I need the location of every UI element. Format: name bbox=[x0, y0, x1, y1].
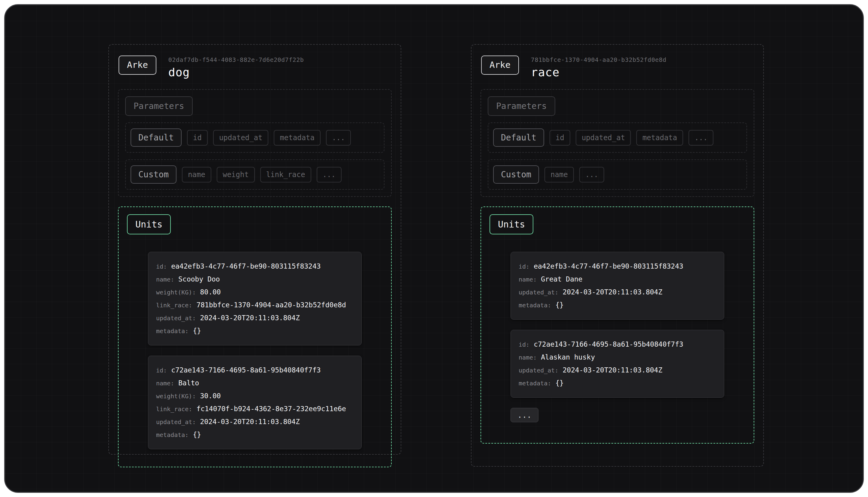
units-label: Units bbox=[127, 214, 171, 235]
entity-panel-race: Arke 781bbfce-1370-4904-aa20-b32b52fd0e8… bbox=[471, 44, 764, 467]
unit-field-value: 781bbfce-1370-4904-aa20-b32b52fd0e8d bbox=[196, 299, 346, 311]
unit-field: updated_at:2024-03-20T20:11:03.804Z bbox=[156, 415, 354, 428]
unit-field-key: weight(KG): bbox=[156, 286, 196, 299]
unit-field-key: weight(KG): bbox=[156, 390, 196, 402]
unit-field-value: fc14070f-b924-4362-8e37-232ee9c11e6e bbox=[196, 402, 346, 415]
default-parameters-row: Default id updated_at metadata ... bbox=[125, 123, 384, 153]
unit-field-key: id: bbox=[518, 260, 529, 273]
param-chip-id: id bbox=[187, 130, 208, 145]
unit-field-value: Great Dane bbox=[541, 273, 582, 285]
entity-header: Arke 02daf7db-f544-4083-882e-7d6e20d7f22… bbox=[118, 56, 392, 79]
unit-field-value: ea42efb3-4c77-46f7-be90-803115f83243 bbox=[171, 260, 321, 272]
param-chip-metadata: metadata bbox=[274, 130, 321, 145]
param-chip-weight: weight bbox=[217, 167, 255, 183]
unit-field: name:Balto bbox=[156, 377, 354, 389]
unit-field-key: updated_at: bbox=[156, 312, 196, 324]
unit-field-key: link_race: bbox=[156, 299, 192, 312]
entity-uuid: 02daf7db-f544-4083-882e-7d6e20d7f22b bbox=[168, 56, 304, 63]
unit-field-value: Scooby Doo bbox=[178, 273, 220, 285]
diagram-canvas: Arke 02daf7db-f544-4083-882e-7d6e20d7f22… bbox=[4, 4, 864, 493]
unit-field-value: 2024-03-20T20:11:03.804Z bbox=[563, 364, 662, 377]
unit-field-key: id: bbox=[156, 364, 167, 377]
group-chip-default: Default bbox=[131, 128, 182, 147]
unit-field-key: link_race: bbox=[156, 403, 192, 415]
entity-uuid: 781bbfce-1370-4904-aa20-b32b52fd0e8d bbox=[531, 56, 666, 63]
unit-field-key: name: bbox=[518, 273, 537, 286]
param-chip-updated-at: updated_at bbox=[576, 130, 631, 145]
units-section: Units id:ea42efb3-4c77-46f7-be90-803115f… bbox=[118, 207, 392, 467]
group-chip-default: Default bbox=[493, 128, 544, 147]
unit-field-value: {} bbox=[555, 377, 564, 389]
param-chip-id: id bbox=[550, 130, 570, 145]
param-chip-ellipsis: ... bbox=[317, 167, 342, 183]
default-parameters-row: Default id updated_at metadata ... bbox=[488, 123, 747, 153]
entity-header: Arke 781bbfce-1370-4904-aa20-b32b52fd0e8… bbox=[481, 56, 754, 79]
unit-field-value: 30.00 bbox=[200, 389, 220, 402]
param-chip-updated-at: updated_at bbox=[213, 130, 269, 145]
unit-card: id:ea42efb3-4c77-46f7-be90-803115f83243 … bbox=[148, 252, 362, 345]
unit-card: id:c72ae143-7166-4695-8a61-95b40840f7f3 … bbox=[148, 356, 362, 449]
unit-cards: id:ea42efb3-4c77-46f7-be90-803115f83243 … bbox=[511, 252, 724, 422]
unit-field-key: id: bbox=[518, 338, 529, 351]
unit-field: id:ea42efb3-4c77-46f7-be90-803115f83243 bbox=[518, 260, 716, 273]
unit-field-key: name: bbox=[156, 273, 174, 286]
unit-field: metadata:{} bbox=[518, 299, 716, 312]
param-chip-name: name bbox=[182, 167, 211, 183]
unit-field-key: metadata: bbox=[518, 377, 551, 389]
unit-field-key: id: bbox=[156, 260, 167, 273]
param-chip-ellipsis: ... bbox=[688, 130, 713, 145]
param-chip-metadata: metadata bbox=[636, 130, 683, 145]
group-chip-custom: Custom bbox=[493, 165, 539, 184]
unit-field-key: updated_at: bbox=[518, 286, 558, 299]
unit-cards: id:ea42efb3-4c77-46f7-be90-803115f83243 … bbox=[148, 252, 362, 449]
unit-field-key: metadata: bbox=[156, 325, 188, 337]
unit-field: metadata:{} bbox=[156, 428, 354, 441]
param-chip-ellipsis: ... bbox=[326, 130, 351, 145]
unit-field: weight(KG):30.00 bbox=[156, 389, 354, 402]
entity-name: dog bbox=[168, 66, 304, 79]
unit-field-value: Balto bbox=[178, 377, 199, 389]
unit-field-value: 2024-03-20T20:11:03.804Z bbox=[563, 286, 662, 298]
unit-field-value: 2024-03-20T20:11:03.804Z bbox=[200, 312, 300, 324]
unit-field-value: {} bbox=[555, 299, 564, 311]
unit-field-value: Alaskan husky bbox=[541, 351, 595, 364]
unit-field: weight(KG):80.00 bbox=[156, 286, 354, 299]
unit-field: updated_at:2024-03-20T20:11:03.804Z bbox=[518, 364, 716, 377]
unit-field-value: {} bbox=[193, 324, 201, 337]
entity-head-text: 781bbfce-1370-4904-aa20-b32b52fd0e8d rac… bbox=[531, 56, 666, 79]
unit-field-key: metadata: bbox=[518, 299, 551, 312]
arke-badge: Arke bbox=[118, 56, 156, 75]
unit-field-value: 80.00 bbox=[200, 286, 220, 298]
parameters-section: Parameters Default id updated_at metadat… bbox=[481, 89, 754, 197]
unit-field-key: name: bbox=[518, 351, 537, 364]
unit-field-value: 2024-03-20T20:11:03.804Z bbox=[200, 415, 300, 428]
unit-field: id:c72ae143-7166-4695-8a61-95b40840f7f3 bbox=[518, 338, 716, 351]
unit-card: id:ea42efb3-4c77-46f7-be90-803115f83243 … bbox=[511, 252, 724, 320]
entity-panel-dog: Arke 02daf7db-f544-4083-882e-7d6e20d7f22… bbox=[108, 44, 401, 455]
custom-parameters-row: Custom name weight link_race ... bbox=[125, 159, 384, 190]
unit-field: updated_at:2024-03-20T20:11:03.804Z bbox=[518, 286, 716, 299]
custom-parameters-row: Custom name ... bbox=[488, 159, 747, 190]
unit-field-key: updated_at: bbox=[518, 364, 558, 377]
unit-card: id:c72ae143-7166-4695-8a61-95b40840f7f3 … bbox=[511, 330, 724, 398]
unit-field-key: name: bbox=[156, 377, 174, 389]
unit-field: name:Scooby Doo bbox=[156, 273, 354, 286]
unit-field-value: {} bbox=[193, 428, 201, 441]
parameters-section: Parameters Default id updated_at metadat… bbox=[118, 89, 392, 197]
unit-field: id:c72ae143-7166-4695-8a61-95b40840f7f3 bbox=[156, 364, 354, 377]
unit-field: metadata:{} bbox=[518, 377, 716, 389]
arke-badge: Arke bbox=[481, 56, 519, 75]
param-chip-ellipsis: ... bbox=[579, 167, 604, 183]
parameters-label: Parameters bbox=[488, 96, 555, 116]
unit-field-key: updated_at: bbox=[156, 416, 196, 428]
unit-field-value: c72ae143-7166-4695-8a61-95b40840f7f3 bbox=[533, 338, 683, 351]
unit-field: link_race:781bbfce-1370-4904-aa20-b32b52… bbox=[156, 299, 354, 312]
units-section: Units id:ea42efb3-4c77-46f7-be90-803115f… bbox=[481, 207, 754, 443]
unit-field: updated_at:2024-03-20T20:11:03.804Z bbox=[156, 312, 354, 324]
param-chip-link-race: link_race bbox=[260, 167, 311, 183]
unit-field: metadata:{} bbox=[156, 324, 354, 337]
units-label: Units bbox=[489, 214, 533, 235]
entity-name: race bbox=[531, 66, 666, 79]
group-chip-custom: Custom bbox=[131, 165, 176, 184]
more-units-button[interactable]: ... bbox=[511, 408, 539, 422]
